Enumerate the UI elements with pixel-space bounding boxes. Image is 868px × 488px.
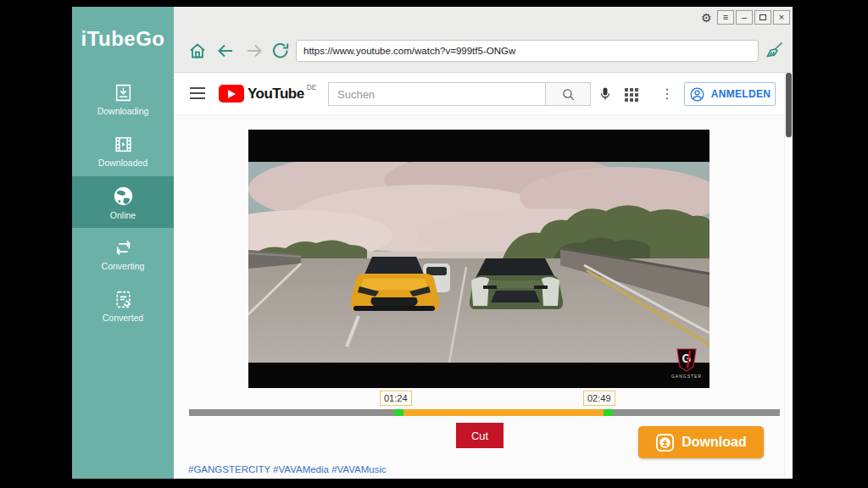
person-icon [689, 86, 705, 103]
sidebar-item-label: Online [110, 210, 136, 220]
refresh-icon[interactable] [270, 41, 291, 61]
mic-button[interactable] [598, 86, 613, 105]
video-player[interactable]: G GANGSTER [248, 130, 709, 388]
home-icon[interactable] [187, 41, 208, 61]
video-scene: G GANGSTER [248, 130, 709, 388]
back-icon[interactable] [215, 41, 236, 61]
window-menu-button[interactable]: ≡ [717, 10, 734, 25]
download-button[interactable]: Download [638, 426, 764, 458]
app-window: iTubeGo Downloading Downloaded [72, 7, 793, 479]
search-button[interactable] [545, 82, 591, 106]
convert-arrows-icon [113, 237, 134, 258]
sidebar-item-converting[interactable]: Converting [72, 228, 174, 280]
app-logo: iTubeGo [72, 7, 174, 51]
settings-gear-icon[interactable]: ⚙ [696, 9, 711, 25]
sidebar-item-downloading[interactable]: Downloading [72, 73, 174, 125]
broom-icon[interactable] [765, 40, 785, 60]
minimize-button[interactable]: – [736, 10, 753, 25]
globe-icon [112, 185, 135, 208]
sidebar-item-online[interactable]: Online [72, 176, 174, 228]
timeline-track[interactable] [189, 409, 780, 416]
sidebar-item-label: Downloaded [98, 158, 147, 168]
more-button[interactable]: ⋮ [660, 86, 674, 103]
browser-scrollbar[interactable] [784, 73, 793, 479]
sidebar-item-downloaded[interactable]: Downloaded [72, 125, 174, 176]
sidebar: iTubeGo Downloading Downloaded [72, 7, 174, 479]
end-handle[interactable] [604, 409, 613, 416]
search-input[interactable] [328, 82, 545, 106]
browser-view: YouTube DE [174, 73, 793, 479]
start-handle[interactable] [394, 409, 403, 416]
apps-button[interactable] [625, 88, 638, 102]
url-input[interactable] [296, 40, 759, 62]
download-tray-icon [113, 82, 134, 103]
maximize-button[interactable] [754, 10, 771, 25]
sidebar-item-label: Downloading [97, 106, 149, 116]
sidebar-nav: Downloading Downloaded [72, 73, 174, 331]
scrollbar-thumb[interactable] [786, 73, 792, 137]
signin-label: ANMELDEN [711, 88, 771, 100]
document-icon [113, 289, 134, 310]
region-label: DE [307, 83, 317, 92]
signin-button[interactable]: ANMELDEN [684, 82, 776, 106]
apps-grid-icon [625, 88, 638, 102]
mic-icon [598, 86, 613, 103]
close-button[interactable]: × [773, 10, 790, 25]
forward-icon[interactable] [244, 41, 264, 61]
clip-start-label: 01:24 [380, 391, 412, 406]
main-area: ⚙ ≡ – × [174, 7, 793, 479]
hamburger-icon[interactable] [190, 87, 205, 99]
youtube-play-icon [219, 85, 244, 103]
youtube-wordmark: YouTube [248, 85, 304, 103]
cut-button[interactable]: Cut [456, 423, 504, 448]
download-icon [655, 433, 675, 452]
sidebar-item-label: Converting [102, 261, 145, 271]
clip-end-label: 02:49 [583, 391, 615, 406]
search-icon [561, 87, 576, 102]
sidebar-item-converted[interactable]: Converted [72, 280, 174, 331]
download-label: Download [682, 435, 746, 450]
sidebar-item-label: Converted [103, 313, 143, 323]
selected-range[interactable] [403, 409, 604, 416]
maximize-icon [760, 14, 766, 20]
youtube-header: YouTube DE [174, 73, 793, 115]
film-strip-icon [113, 134, 134, 155]
youtube-content: G GANGSTER 01:24 02:49 [174, 115, 793, 479]
youtube-logo[interactable]: YouTube DE [219, 85, 317, 103]
hashtags-link[interactable]: #GANGSTERCITY #VAVAMedia #VAVAMusic [188, 464, 387, 474]
browser-toolbar [174, 29, 793, 73]
watermark-label: GANGSTER [671, 374, 702, 379]
screen: iTubeGo Downloading Downloaded [0, 0, 868, 488]
titlebar: ⚙ ≡ – × [174, 7, 793, 29]
